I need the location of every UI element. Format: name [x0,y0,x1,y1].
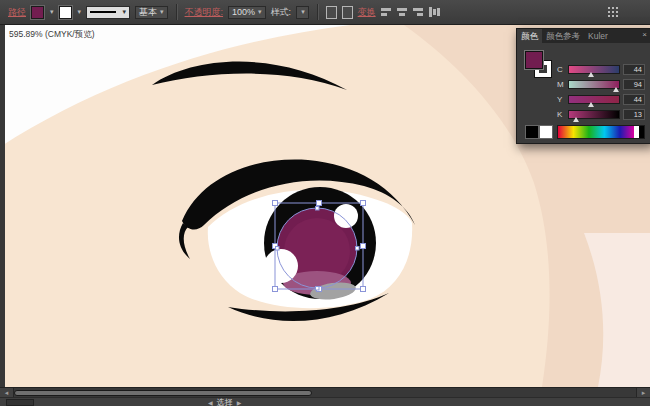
tab-color-guide[interactable]: 颜色参考 [542,29,584,43]
status-next-icon[interactable]: ▶ [237,399,242,406]
opacity-value: 100% [232,7,255,17]
yellow-slider-thumb[interactable] [588,102,594,107]
document-setup-icon[interactable] [326,6,337,19]
handle-bottom-left[interactable] [273,287,278,292]
anchor-top[interactable] [316,207,320,211]
magenta-label: M [557,80,565,89]
black-swatch[interactable] [525,125,539,139]
anchor-left[interactable] [276,247,280,251]
magenta-slider-thumb[interactable] [613,87,619,92]
opacity-arrow-icon: ▾ [258,8,262,16]
handle-top-left[interactable] [273,201,278,206]
style-arrow-icon: ▾ [301,8,305,16]
brush-definition-dropdown[interactable]: 基本 ▾ [135,6,168,19]
preferences-icon[interactable] [342,6,353,19]
transform-link[interactable]: 变换 [358,6,376,19]
brush-dropdown-icon: ▾ [160,8,164,16]
black-slider[interactable] [568,110,620,119]
cyan-label: C [557,65,565,74]
slider-row-magenta: M 94 [557,78,645,90]
cyan-slider[interactable] [568,65,620,74]
fill-proxy-swatch[interactable] [525,51,543,69]
control-bar: 路径 ▾ ▾ ▾ 基本 ▾ 不透明度: 100% ▾ 样式: ▾ 变换 [0,0,650,25]
distribute-icon[interactable] [429,7,440,18]
yellow-value-field[interactable]: 44 [623,94,645,105]
handle-mid-right[interactable] [361,244,366,249]
stroke-profile-line-icon [90,11,116,13]
slider-row-yellow: Y 44 [557,93,645,105]
illustrator-window: 路径 ▾ ▾ ▾ 基本 ▾ 不透明度: 100% ▾ 样式: ▾ 变换 [0,0,650,406]
status-bar: ◀ 选择 ▶ [0,397,650,406]
style-label: 样式: [271,6,292,19]
toolbar-separator [317,4,318,20]
yellow-slider[interactable] [568,95,620,104]
fill-dropdown-icon[interactable]: ▾ [50,8,54,16]
cyan-value-field[interactable]: 44 [623,64,645,75]
document-zoom-title: 595.89% (CMYK/预览) [9,29,95,41]
slider-row-cyan: C 44 [557,63,645,75]
stroke-profile-arrow-icon: ▾ [123,8,127,16]
align-center-icon[interactable] [397,7,408,18]
magenta-value-field[interactable]: 94 [623,79,645,90]
brush-definition-label: 基本 [139,6,157,19]
spectrum-row [517,125,650,138]
toolbar-separator [176,4,177,20]
handle-top-center[interactable] [317,201,322,206]
object-type-link[interactable]: 路径 [8,6,26,19]
handle-top-right[interactable] [361,201,366,206]
stroke-swatch[interactable] [59,6,72,19]
color-panel-body: C 44 M 94 Y 44 K 13 [517,43,650,143]
color-panel: 颜色 颜色参考 Kuler × C 44 M 94 Y 44 [516,28,650,144]
workspace-grid-icon[interactable] [607,6,620,19]
small-eye-highlight-shape[interactable] [334,204,358,228]
status-prev-icon[interactable]: ◀ [208,399,213,406]
anchor-right[interactable] [356,247,360,251]
magenta-slider[interactable] [568,80,620,89]
opacity-link[interactable]: 不透明度: [185,6,224,19]
style-dropdown[interactable]: ▾ [296,6,309,19]
left-panel-edge [0,25,5,387]
close-icon[interactable]: × [640,29,650,43]
yellow-label: Y [557,95,565,104]
black-value-field[interactable]: 13 [623,109,645,120]
tab-kuler[interactable]: Kuler [584,29,612,43]
stroke-profile-dropdown[interactable]: ▾ [86,6,130,19]
white-swatch[interactable] [539,125,553,139]
tab-color[interactable]: 颜色 [517,29,542,43]
spectrum-black-end[interactable] [639,126,644,138]
black-label: K [557,110,565,119]
anchor-bottom[interactable] [316,287,320,291]
align-left-icon[interactable] [381,7,392,18]
cyan-slider-thumb[interactable] [588,72,594,77]
color-spectrum-ramp[interactable] [557,125,645,139]
stroke-dropdown-icon[interactable]: ▾ [78,8,82,16]
handle-bottom-right[interactable] [361,287,366,292]
status-field[interactable] [6,399,34,406]
slider-row-black: K 13 [557,108,645,120]
color-panel-tabbar: 颜色 颜色参考 Kuler × [517,29,650,43]
opacity-value-dropdown[interactable]: 100% ▾ [228,6,266,19]
scrollbar-thumb[interactable] [14,390,312,396]
fill-swatch[interactable] [31,6,44,19]
black-slider-thumb[interactable] [573,117,579,122]
align-right-icon[interactable] [413,7,424,18]
horizontal-scrollbar[interactable]: ◂ ▸ [0,387,650,397]
current-tool-label: 选择 [217,397,233,406]
